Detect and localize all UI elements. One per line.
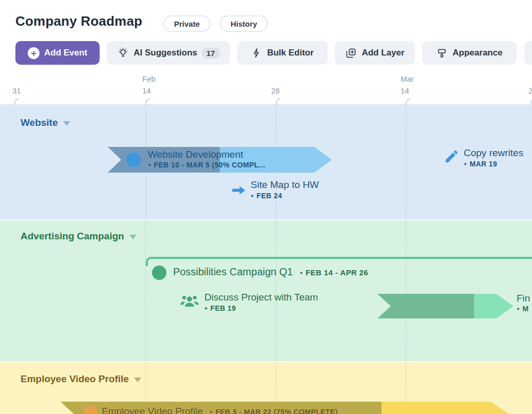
- add-layer-icon: [345, 47, 357, 59]
- date-text: FEB 14 - APR 26: [306, 268, 368, 277]
- event-bar-website-development[interactable]: Website Development ‣FEB 10 - MAR 5 (50%…: [108, 147, 332, 173]
- lane-website: Website Website Development ‣FEB 10 - MA…: [0, 104, 532, 219]
- event-text-row: Employee Video Profile ‣FEB 5 - MAR 22 (…: [102, 406, 338, 414]
- event-bar-employee-video-profile[interactable]: Employee Video Profile ‣FEB 5 - MAR 22 (…: [61, 402, 511, 414]
- lane-label-text: Website: [21, 117, 58, 128]
- date-bullet: ‣: [148, 162, 151, 169]
- milestone-discuss-project-title[interactable]: Discuss Project with Team: [204, 292, 318, 303]
- milestone-site-map-title[interactable]: Site Map to HW: [251, 179, 319, 191]
- event-title-clipped: Fin: [517, 293, 530, 304]
- progress-fill: [377, 294, 474, 318]
- milestone-discuss-project-date: ‣FEB 19: [204, 304, 236, 312]
- plus-icon: +: [28, 47, 40, 59]
- axis-day-label: 31: [12, 86, 21, 95]
- lane-label-advertising-campaign[interactable]: Advertising Campaign: [21, 231, 137, 242]
- event-date-clipped: ‣M: [517, 305, 529, 313]
- date-text: FEB 5 - MAR 22 (75% COMPLETE): [216, 408, 338, 414]
- event-span-possibilities-campaign[interactable]: Possibilities Campaign Q1 ‣FEB 14 - APR …: [173, 266, 368, 278]
- pencil-icon[interactable]: [444, 148, 460, 164]
- appearance-button[interactable]: Appearance: [422, 41, 517, 65]
- gridline: [276, 220, 276, 361]
- team-icon[interactable]: [179, 294, 200, 310]
- bulk-editor-label: Bulk Editor: [267, 48, 314, 58]
- date-text: FEB 24: [256, 192, 282, 200]
- roadmap-app: Company Roadmap Private History + Add Ev…: [0, 0, 532, 414]
- ai-suggestions-button[interactable]: AI Suggestions 17: [107, 41, 230, 65]
- milestone-site-map-date: ‣FEB 24: [251, 192, 282, 200]
- lane-label-employee-video-profile[interactable]: Employee Video Profile: [21, 373, 141, 385]
- axis-month-label: Mar: [401, 74, 414, 83]
- date-span-line: [146, 257, 532, 266]
- chevron-down-icon: [129, 235, 137, 239]
- ai-suggestions-label: AI Suggestions: [134, 48, 197, 58]
- event-bar-clipped-right[interactable]: [377, 294, 514, 318]
- privacy-badge[interactable]: Private: [163, 15, 211, 32]
- event-date: ‣FEB 5 - MAR 22 (75% COMPLETE): [210, 408, 337, 414]
- page-title: Company Roadmap: [15, 13, 142, 29]
- milestone-copy-rewrites-date: ‣MAR 19: [464, 160, 497, 168]
- gridline: [406, 104, 406, 219]
- event-title: Employee Video Profile: [102, 406, 203, 414]
- date-bullet: ‣: [517, 306, 520, 313]
- gridline: [145, 220, 146, 361]
- lane-label-text: Employee Video Profile: [21, 373, 129, 385]
- axis-day-label: 14: [142, 86, 151, 95]
- bulk-editor-button[interactable]: Bulk Editor: [237, 41, 328, 65]
- date-bullet: ‣: [251, 193, 254, 200]
- event-title: Website Development: [148, 149, 243, 160]
- axis-day-label: 28: [271, 86, 280, 95]
- lightning-icon: [251, 47, 262, 59]
- date-text: MAR 19: [469, 160, 497, 168]
- date-text: M: [522, 305, 528, 313]
- lane-label-text: Advertising Campaign: [21, 231, 124, 242]
- appearance-label: Appearance: [452, 48, 502, 58]
- lane-employee-video-profile: Employee Video Profile Employee Video Pr…: [0, 361, 532, 414]
- toolbar-button-clipped[interactable]: [524, 41, 532, 65]
- gridline: [406, 220, 406, 361]
- event-date: ‣FEB 14 - APR 26: [299, 268, 368, 277]
- event-title: Possibilities Campaign Q1: [173, 266, 293, 278]
- add-layer-button[interactable]: Add Layer: [335, 41, 415, 65]
- add-event-button[interactable]: + Add Event: [15, 41, 100, 65]
- add-layer-label: Add Layer: [362, 48, 404, 58]
- lane-label-website[interactable]: Website: [21, 117, 70, 128]
- paint-roller-icon: [436, 47, 448, 59]
- axis-month-label: Feb: [142, 74, 156, 83]
- date-bullet: ‣: [299, 270, 303, 277]
- lightbulb-icon: [117, 47, 129, 59]
- axis-day-label: 2: [528, 86, 532, 95]
- chevron-down-icon: [134, 378, 141, 382]
- circle-icon: [126, 153, 141, 167]
- arrow-right-icon[interactable]: [232, 185, 246, 196]
- circle-icon: [152, 266, 166, 280]
- ai-suggestions-count-badge: 17: [202, 48, 220, 59]
- date-bullet: ‣: [464, 161, 467, 168]
- lane-advertising-campaign: Advertising Campaign Possibilities Campa…: [0, 219, 532, 361]
- date-bullet: ‣: [210, 409, 213, 414]
- add-event-label: Add Event: [44, 48, 87, 58]
- axis-day-label: 14: [401, 86, 409, 95]
- date-bullet: ‣: [204, 305, 208, 312]
- milestone-copy-rewrites-title[interactable]: Copy rewrites: [464, 147, 523, 159]
- date-text: FEB 10 - MAR 5 (50% COMPL...: [154, 161, 265, 169]
- chevron-down-icon: [63, 121, 70, 126]
- event-date: ‣FEB 10 - MAR 5 (50% COMPL...: [148, 161, 265, 169]
- date-text: FEB 19: [210, 304, 236, 312]
- history-badge[interactable]: History: [220, 15, 268, 32]
